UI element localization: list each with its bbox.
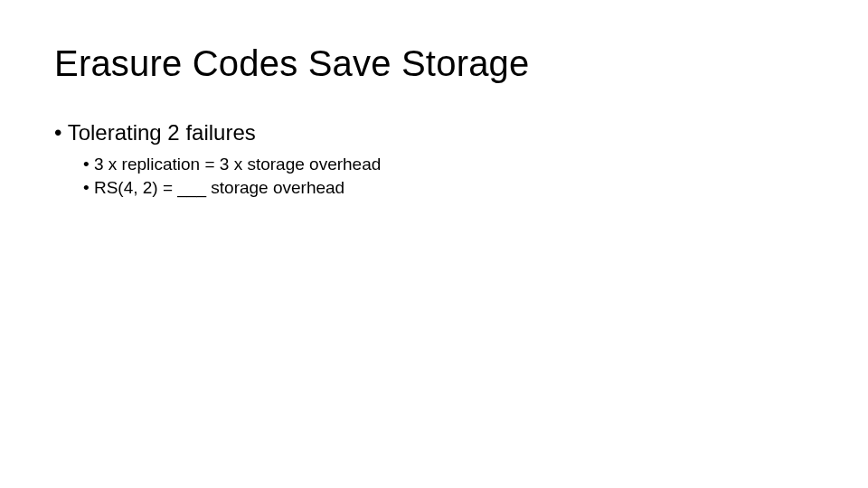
bullet-item-1-text: Tolerating 2 failures [68, 120, 256, 145]
slide-title: Erasure Codes Save Storage [54, 43, 814, 84]
bullet-item-1: Tolerating 2 failures 3 x replication = … [54, 120, 814, 199]
slide: Erasure Codes Save Storage Tolerating 2 … [0, 0, 868, 488]
bullet-list: Tolerating 2 failures 3 x replication = … [54, 120, 814, 199]
sub-bullet-a: 3 x replication = 3 x storage overhead [83, 153, 814, 176]
sub-bullet-b: RS(4, 2) = ___ storage overhead [83, 176, 814, 200]
sub-bullet-list: 3 x replication = 3 x storage overhead R… [54, 153, 814, 199]
